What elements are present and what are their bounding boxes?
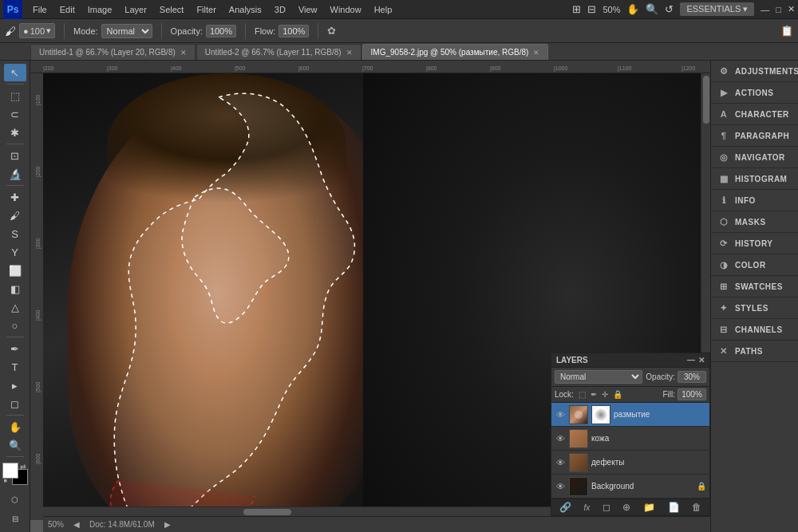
brush-settings-icon[interactable]: 📋 <box>780 25 793 37</box>
fill-input[interactable] <box>678 388 706 400</box>
flow-input[interactable] <box>279 25 309 37</box>
dodge-button[interactable]: ○ <box>4 317 26 334</box>
gradient-button[interactable]: ◧ <box>4 280 26 298</box>
panel-masks[interactable]: ⬡ MASKS <box>711 211 798 233</box>
tab-untitled1[interactable]: Untitled-1 @ 66.7% (Layer 20, RGB/8) ✕ <box>30 44 196 60</box>
panel-paragraph[interactable]: ¶ PARAGRAPH <box>711 125 798 147</box>
menu-select[interactable]: Select <box>154 3 190 16</box>
link-layers-button[interactable]: 🔗 <box>559 502 571 513</box>
menu-analysis[interactable]: Analysis <box>223 3 267 16</box>
crop-button[interactable]: ⊡ <box>4 147 26 164</box>
mode-select[interactable]: NormalMultiplyScreen <box>101 24 152 38</box>
layer-row-background[interactable]: 👁 Background 🔒 <box>551 475 709 499</box>
lock-all-icon[interactable]: 🔒 <box>613 390 622 399</box>
zoom-level[interactable]: 50% <box>602 5 620 14</box>
hand-button[interactable]: ✋ <box>4 418 26 435</box>
tab-img9058-close[interactable]: ✕ <box>533 49 539 57</box>
menu-3d[interactable]: 3D <box>269 3 291 16</box>
zoom-tool-icon[interactable]: 🔍 <box>646 3 658 15</box>
rotate-tool-icon[interactable]: ↺ <box>665 3 674 15</box>
panel-info[interactable]: ℹ INFO <box>711 190 798 211</box>
magic-wand-button[interactable]: ✱ <box>4 124 26 141</box>
layer-visibility-defekty[interactable]: 👁 <box>555 457 566 468</box>
menu-filter[interactable]: Filter <box>191 3 221 16</box>
layer-effects-button[interactable]: fx <box>583 503 590 512</box>
layer-row-kozha[interactable]: 👁 кожа <box>551 427 709 451</box>
reset-colors-icon[interactable]: ■ <box>4 478 7 483</box>
menu-window[interactable]: Window <box>325 3 367 16</box>
layer-row-defekty[interactable]: 👁 дефекты <box>551 451 709 475</box>
menu-edit[interactable]: Edit <box>54 3 81 16</box>
panel-actions[interactable]: ▶ ACTIONS <box>711 82 798 104</box>
lock-pixels-icon[interactable]: ✒ <box>591 390 597 399</box>
brush-preset-icon[interactable]: ● 100 ▾ <box>19 23 55 38</box>
vertical-scrollbar-thumb[interactable] <box>703 76 709 124</box>
opacity-input[interactable] <box>678 371 706 383</box>
airbrush-icon[interactable]: ✿ <box>327 25 336 37</box>
lock-position-icon[interactable]: ✛ <box>602 390 608 399</box>
eraser-button[interactable]: ⬜ <box>4 262 26 279</box>
lasso-button[interactable]: ⊂ <box>4 105 26 123</box>
swap-colors-icon[interactable]: ⇄ <box>20 463 26 471</box>
menu-view[interactable]: View <box>293 3 323 16</box>
brush-button[interactable]: 🖌 <box>4 207 26 224</box>
new-group-button[interactable]: 📁 <box>643 502 655 513</box>
tab-untitled2[interactable]: Untitled-2 @ 66.7% (Layer 11, RGB/8) ✕ <box>196 44 361 60</box>
essentials-button[interactable]: ESSENTIALS ▾ <box>680 2 754 16</box>
move-tool-icon[interactable]: ✋ <box>626 3 639 15</box>
blur-button[interactable]: △ <box>4 298 26 316</box>
minimize-button[interactable]: — <box>760 5 769 14</box>
heal-button[interactable]: ✚ <box>4 188 26 206</box>
type-button[interactable]: T <box>4 358 26 376</box>
maximize-button[interactable]: □ <box>776 5 781 14</box>
eyedropper-button[interactable]: 🔬 <box>4 165 26 183</box>
close-button[interactable]: ✕ <box>788 4 795 14</box>
menu-layer[interactable]: Layer <box>119 3 152 16</box>
tab-img9058[interactable]: IMG_9058-2.jpg @ 50% (размытие, RGB/8) ✕ <box>362 44 549 60</box>
menu-help[interactable]: Help <box>369 3 398 16</box>
panel-adjustments[interactable]: ⚙ ADJUSTMENTS <box>711 61 798 82</box>
layer-visibility-kozha[interactable]: 👁 <box>555 433 566 444</box>
rectangular-marquee-button[interactable]: ⬚ <box>4 87 26 104</box>
quick-mask-button[interactable]: ⬡ <box>4 491 26 508</box>
panel-paths[interactable]: ✕ PATHS <box>711 341 798 362</box>
panel-swatches[interactable]: ⊞ SWATCHES <box>711 276 798 298</box>
blend-mode-select[interactable]: NormalMultiplyScreenOverlay <box>555 370 642 384</box>
layer-row-razmytie[interactable]: 👁 размытие <box>551 403 709 427</box>
opacity-input[interactable] <box>206 25 236 37</box>
pen-button[interactable]: ✒ <box>4 340 26 357</box>
layers-expand-button[interactable]: ✕ <box>698 356 705 365</box>
add-mask-button[interactable]: ◻ <box>602 502 610 513</box>
panel-styles[interactable]: ✦ STYLES <box>711 298 798 319</box>
layer-visibility-background[interactable]: 👁 <box>555 481 566 492</box>
screen-mode-icon[interactable]: ⊟ <box>587 3 596 15</box>
horizontal-scrollbar-thumb[interactable] <box>243 509 291 515</box>
tab-untitled2-close[interactable]: ✕ <box>346 49 353 57</box>
menu-image[interactable]: Image <box>82 3 118 16</box>
history-brush-button[interactable]: Y <box>4 243 26 261</box>
move-tool-button[interactable]: ↖ <box>4 64 26 81</box>
new-layer-button[interactable]: 📄 <box>668 502 680 513</box>
screen-mode-button[interactable]: ⊟ <box>4 510 26 527</box>
status-arrow-right[interactable]: ▶ <box>164 520 171 529</box>
delete-layer-button[interactable]: 🗑 <box>692 502 701 513</box>
clone-button[interactable]: S <box>4 225 26 242</box>
path-selection-button[interactable]: ▸ <box>4 376 26 394</box>
panel-character[interactable]: A CHARACTER <box>711 104 798 125</box>
tab-untitled1-close[interactable]: ✕ <box>180 49 187 57</box>
panel-color[interactable]: ◑ COLOR <box>711 254 798 276</box>
panel-navigator[interactable]: ◎ NAVIGATOR <box>711 147 798 168</box>
foreground-color-swatch[interactable] <box>2 463 18 479</box>
panel-channels[interactable]: ⊟ CHANNELS <box>711 319 798 341</box>
lock-transparent-icon[interactable]: ⬚ <box>579 390 586 399</box>
status-arrow-left[interactable]: ◀ <box>73 520 80 529</box>
view-mode-icon[interactable]: ⊞ <box>572 3 581 15</box>
layers-collapse-button[interactable]: — <box>687 356 695 365</box>
zoom-button[interactable]: 🔍 <box>4 436 26 454</box>
layer-visibility-razmytie[interactable]: 👁 <box>555 409 566 420</box>
shape-button[interactable]: ◻ <box>4 395 26 412</box>
panel-history[interactable]: ⟳ HISTORY <box>711 233 798 254</box>
menu-file[interactable]: File <box>27 3 53 16</box>
panel-histogram[interactable]: ▦ HISTOGRAM <box>711 168 798 190</box>
new-adjustment-button[interactable]: ⊕ <box>622 502 630 513</box>
